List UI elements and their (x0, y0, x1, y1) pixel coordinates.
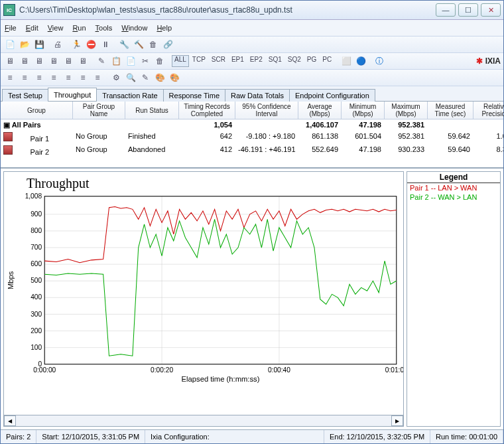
cell: No Group (73, 144, 125, 157)
t3f-icon[interactable]: ≡ (76, 71, 90, 84)
endpoint-icon[interactable]: 🖥 (3, 54, 17, 68)
menu-tools[interactable]: Tools (95, 24, 113, 32)
t3c-icon[interactable]: ≡ (32, 71, 46, 84)
cut-icon[interactable]: ✂ (139, 54, 152, 68)
menu-view[interactable]: View (48, 24, 64, 32)
open-icon[interactable]: 📂 (18, 38, 31, 51)
col-header[interactable]: Maximum (Mbps) (385, 102, 428, 119)
cell: Pair 1 (1, 131, 73, 144)
col-header[interactable]: Group (1, 102, 73, 119)
tab-bar: Test SetupThroughputTransaction RateResp… (1, 86, 503, 102)
misc1-icon[interactable]: ⬜ (340, 54, 353, 68)
t3k-icon[interactable]: 🎨 (153, 71, 166, 84)
col-header[interactable]: Minimum (Mbps) (342, 102, 385, 119)
endpoint2-icon[interactable]: 🖥 (18, 54, 31, 68)
cell (235, 119, 298, 131)
tool3-icon[interactable]: 🗑 (147, 38, 160, 51)
legend-title: Legend (407, 172, 500, 183)
endpoint4-icon[interactable]: 🖥 (47, 54, 60, 68)
col-header[interactable]: Timing Records Completed (179, 102, 235, 119)
col-header[interactable]: 95% Confidence Interval (235, 102, 298, 119)
menu-file[interactable]: File (5, 24, 17, 32)
tab-raw-data-totals[interactable]: Raw Data Totals (225, 89, 290, 102)
endpoint5-icon[interactable]: 🖥 (62, 54, 75, 68)
maximize-button[interactable]: ☐ (458, 3, 478, 17)
filter-ep1[interactable]: EP1 (229, 55, 247, 67)
tab-throughput[interactable]: Throughput (48, 88, 97, 101)
filter-pg[interactable]: PG (304, 55, 319, 67)
info-icon[interactable]: ⓘ (373, 54, 386, 68)
tab-response-time[interactable]: Response Time (163, 89, 225, 102)
status-end: End: 12/10/2015, 3:32:05 PM (324, 430, 430, 443)
col-header[interactable]: Run Status (125, 102, 179, 119)
scroll-right-icon[interactable]: ▶ (391, 415, 403, 426)
menu-help[interactable]: Help (157, 24, 172, 32)
filter-tcp[interactable]: TCP (190, 55, 208, 67)
cell: No Group (73, 131, 125, 144)
chart-scrollbar[interactable]: ◀ ▶ (4, 415, 403, 426)
t3i-icon[interactable]: 🔍 (124, 71, 137, 84)
filter-all[interactable]: ALL (172, 55, 189, 67)
cell: 59.640 (428, 144, 473, 157)
delete-icon[interactable]: 🗑 (153, 54, 166, 68)
col-header[interactable]: Average (Mbps) (298, 102, 342, 119)
svg-text:500: 500 (31, 277, 42, 284)
close-button[interactable]: ✕ (481, 3, 501, 17)
pair-icon (3, 145, 13, 155)
menu-run[interactable]: Run (72, 24, 86, 32)
minimize-button[interactable]: — (436, 3, 456, 17)
t3g-icon[interactable]: ≡ (91, 71, 104, 84)
endpoint3-icon[interactable]: 🖥 (32, 54, 46, 68)
new-icon[interactable]: 📄 (3, 38, 17, 51)
scroll-left-icon[interactable]: ◀ (4, 415, 16, 426)
grid-body[interactable]: ▣ All Pairs1,0541,406.10747.198952.381 P… (1, 119, 503, 167)
filter-sq2[interactable]: SQ2 (285, 55, 304, 67)
save-icon[interactable]: 💾 (32, 38, 46, 51)
collapse-icon[interactable]: ▣ (3, 121, 10, 129)
svg-text:0:01:00: 0:01:00 (385, 366, 403, 374)
stop-icon[interactable]: ⛔ (84, 38, 97, 51)
t3a-icon[interactable]: ≡ (3, 71, 17, 84)
col-header[interactable]: Pair Group Name (73, 102, 125, 119)
cell: 952.381 (385, 131, 428, 144)
status-ixia: Ixia Configuration: (145, 430, 324, 443)
print-icon[interactable]: 🖨 (51, 38, 64, 51)
filter-pc[interactable]: PC (320, 55, 334, 67)
legend-box: Legend Pair 1 -- LAN > WANPair 2 -- WAN … (407, 171, 501, 427)
run-icon[interactable]: 🏃 (70, 38, 83, 51)
filter-ep2[interactable]: EP2 (247, 55, 265, 67)
results-grid: GroupPair Group NameRun StatusTiming Rec… (1, 102, 503, 168)
svg-text:300: 300 (31, 311, 42, 318)
t3l-icon[interactable]: 🎨 (168, 71, 181, 84)
table-row[interactable]: ▣ All Pairs1,0541,406.10747.198952.381 (1, 119, 503, 131)
col-header[interactable]: Measured Time (sec) (428, 102, 473, 119)
table-row[interactable]: Pair 1No GroupFinished642-9.180 : +9.180… (1, 131, 503, 144)
tab-endpoint-configuration[interactable]: Endpoint Configuration (289, 89, 375, 102)
endpoint6-icon[interactable]: 🖥 (76, 54, 90, 68)
t3e-icon[interactable]: ≡ (62, 71, 75, 84)
paste-icon[interactable]: 📄 (124, 54, 137, 68)
status-pairs: Pairs: 2 (1, 430, 36, 443)
tab-test-setup[interactable]: Test Setup (2, 89, 48, 102)
menu-window[interactable]: Window (121, 24, 147, 32)
table-row[interactable]: Pair 2No GroupAbandoned412-46.191 : +46.… (1, 144, 503, 157)
toolbar-1: 📄 📂 💾 🖨 🏃 ⛔ ⏸ 🔧 🔨 🗑 🔗 (1, 37, 503, 53)
tool-icon[interactable]: 🔧 (117, 38, 131, 51)
t3d-icon[interactable]: ≡ (47, 71, 60, 84)
copy-icon[interactable]: 📋 (109, 54, 123, 68)
t3h-icon[interactable]: ⚙ (109, 71, 123, 84)
pause-icon[interactable]: ⏸ (99, 38, 112, 51)
filter-scr[interactable]: SCR (209, 55, 228, 67)
tool2-icon[interactable]: 🔨 (132, 38, 145, 51)
col-header[interactable]: Relative Precision (473, 102, 504, 119)
t3j-icon[interactable]: ✎ (139, 71, 152, 84)
filter-sq1[interactable]: SQ1 (266, 55, 284, 67)
misc2-icon[interactable]: 🔵 (354, 54, 367, 68)
tool4-icon[interactable]: 🔗 (161, 38, 174, 51)
cell (73, 119, 125, 131)
tab-transaction-rate[interactable]: Transaction Rate (96, 89, 163, 102)
edit-icon[interactable]: ✎ (95, 54, 108, 68)
t3b-icon[interactable]: ≡ (18, 71, 31, 84)
menu-edit[interactable]: Edit (26, 24, 38, 32)
cell: 1.066 (473, 131, 503, 144)
